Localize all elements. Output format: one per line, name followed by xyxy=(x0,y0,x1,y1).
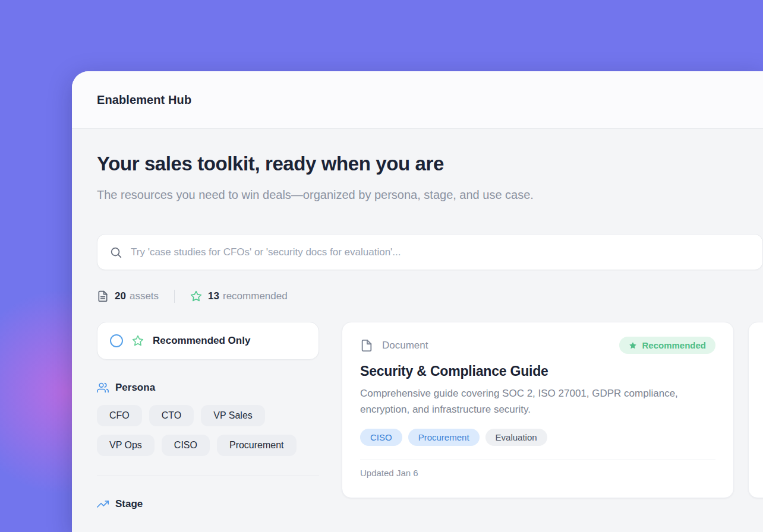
star-outline-icon xyxy=(132,335,144,347)
page-subtitle: The resources you need to win deals—orga… xyxy=(97,186,537,204)
search-icon xyxy=(109,246,122,259)
persona-chip-cto[interactable]: CTO xyxy=(149,405,194,426)
asset-card-security-compliance-guide[interactable]: Document Recommended Security & Complian… xyxy=(342,322,734,498)
card-type-label: Document xyxy=(382,340,428,352)
page-title: Your sales toolkit, ready when you are xyxy=(97,151,763,176)
search-input[interactable] xyxy=(131,246,751,258)
persona-chip-vp-ops[interactable]: VP Ops xyxy=(97,435,155,456)
persona-section-header: Persona xyxy=(97,382,319,394)
asset-card-partial[interactable] xyxy=(748,322,763,498)
card-top-row: Document Recommended xyxy=(360,337,715,354)
recommended-badge: Recommended xyxy=(619,337,715,354)
recommended-only-toggle[interactable]: Recommended Only xyxy=(97,322,319,360)
sidebar-divider xyxy=(97,476,319,476)
asset-cards: Document Recommended Security & Complian… xyxy=(342,322,763,498)
persona-chip-cfo[interactable]: CFO xyxy=(97,405,142,426)
users-icon xyxy=(97,382,109,394)
trending-up-icon xyxy=(97,498,109,510)
persona-chip-vp-sales[interactable]: VP Sales xyxy=(201,405,265,426)
tag-ciso: CISO xyxy=(360,429,402,446)
persona-section-label: Persona xyxy=(115,382,155,394)
app-title: Enablement Hub xyxy=(97,93,191,107)
card-title: Security & Compliance Guide xyxy=(360,363,715,379)
recommended-only-label: Recommended Only xyxy=(153,335,250,347)
panel-content: Your sales toolkit, ready when you are T… xyxy=(72,129,763,510)
tag-evaluation: Evaluation xyxy=(485,429,547,446)
search-bar[interactable] xyxy=(97,234,763,270)
toggle-circle-icon[interactable] xyxy=(110,334,123,347)
assets-label: assets xyxy=(130,290,159,302)
card-type: Document xyxy=(360,339,428,352)
stats-divider xyxy=(174,290,175,303)
file-text-icon xyxy=(97,290,109,302)
recommended-count: 13 xyxy=(208,290,219,302)
persona-chip-procurement[interactable]: Procurement xyxy=(217,435,297,456)
assets-count: 20 xyxy=(115,290,126,302)
card-description: Comprehensive guide covering SOC 2, ISO … xyxy=(360,385,705,417)
file-icon xyxy=(360,339,373,352)
star-filled-icon xyxy=(629,341,637,350)
enablement-hub-panel: Enablement Hub Your sales toolkit, ready… xyxy=(72,71,763,532)
stage-section-label: Stage xyxy=(115,498,143,510)
persona-chips: CFO CTO VP Sales VP Ops CISO Procurement xyxy=(97,405,319,456)
stats-row: 20 assets 13 recommended xyxy=(97,290,763,303)
card-updated: Updated Jan 6 xyxy=(360,460,715,478)
main-area: Recommended Only Persona CFO CTO VP Sale… xyxy=(97,322,763,510)
card-tags: CISO Procurement Evaluation xyxy=(360,429,715,446)
panel-header: Enablement Hub xyxy=(72,71,763,129)
recommended-label: recommended xyxy=(223,290,288,302)
persona-chip-ciso[interactable]: CISO xyxy=(162,435,210,456)
filters-sidebar: Recommended Only Persona CFO CTO VP Sale… xyxy=(97,322,319,510)
tag-procurement: Procurement xyxy=(408,429,480,446)
star-outline-icon xyxy=(190,290,202,302)
stage-section-header: Stage xyxy=(97,498,319,510)
recommended-badge-label: Recommended xyxy=(642,340,706,350)
